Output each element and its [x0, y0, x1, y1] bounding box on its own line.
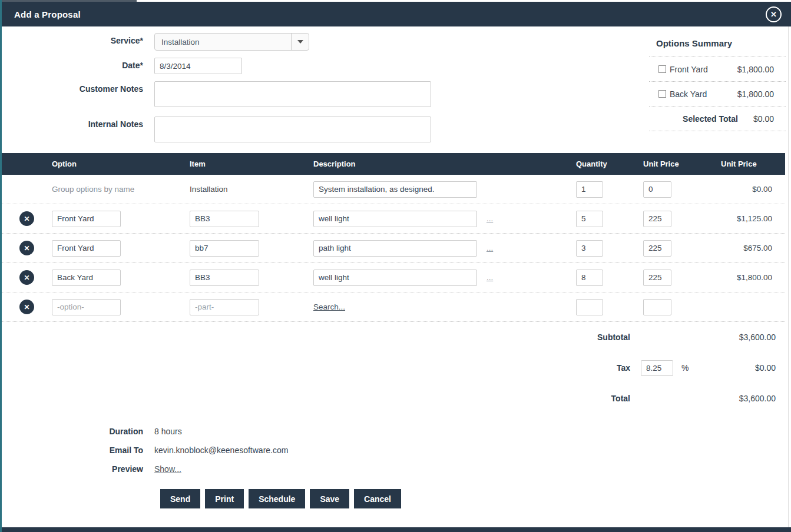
table-header-row: Option Item Description Quantity Unit Pr… — [2, 153, 785, 175]
customer-notes-label: Customer Notes — [2, 81, 143, 109]
date-label: Date* — [2, 58, 143, 74]
tax-row: Tax % $0.00 — [2, 353, 789, 383]
front-yard-checkbox[interactable] — [658, 65, 666, 73]
option-input[interactable] — [52, 211, 121, 227]
subtotal-row: Subtotal $3,600.00 — [2, 322, 789, 353]
email-to-value: kevin.knoblock@keenesoftware.com — [154, 445, 288, 455]
page-left-edge — [0, 0, 2, 532]
add-proposal-modal: Add a Proposal ✕ Service* Installation D… — [0, 0, 791, 532]
item-input[interactable] — [190, 240, 259, 257]
footer-fields: Duration 8 hours Email To kevin.knoblock… — [2, 422, 789, 478]
item-input[interactable] — [190, 299, 259, 315]
search-part-link[interactable]: Search... — [313, 302, 345, 311]
modal-body: Service* Installation Date* Custom — [2, 26, 789, 527]
quantity-input[interactable] — [576, 270, 603, 286]
total-amount: $3,600.00 — [695, 394, 789, 403]
service-dropdown-value: Installation — [155, 38, 291, 46]
service-dropdown[interactable]: Installation — [154, 33, 309, 51]
schedule-button[interactable]: Schedule — [249, 489, 305, 508]
unit-price-input[interactable] — [643, 299, 671, 315]
line-items-table: Option Item Description Quantity Unit Pr… — [2, 153, 789, 322]
chevron-down-icon — [297, 40, 303, 44]
print-button[interactable]: Print — [205, 489, 244, 508]
back-yard-checkbox[interactable] — [658, 90, 666, 98]
action-button-bar: Send Print Schedule Save Cancel — [160, 489, 789, 508]
subtotal-label: Subtotal — [2, 332, 630, 342]
options-summary-panel: Options Summary Front Yard $1,800.00 Bac… — [649, 38, 786, 131]
description-input[interactable] — [313, 181, 477, 198]
options-summary-row: Front Yard $1,800.00 — [649, 57, 786, 82]
email-to-label: Email To — [2, 445, 143, 455]
duration-row: Duration 8 hours — [2, 422, 789, 441]
modal-header: Add a Proposal ✕ — [0, 2, 791, 26]
internal-notes-textarea[interactable] — [154, 117, 431, 142]
subtotal-amount: $3,600.00 — [695, 332, 789, 342]
column-header-option: Option — [52, 159, 190, 168]
option-group-label: Back Yard — [670, 89, 737, 99]
totals-section: Subtotal $3,600.00 Tax % $0.00 Total $3,… — [2, 322, 789, 414]
selected-total-amount: $0.00 — [753, 114, 774, 124]
quantity-input[interactable] — [576, 211, 603, 227]
options-summary-row: Back Yard $1,800.00 — [649, 82, 786, 107]
column-header-unit-price: Unit Price — [643, 159, 721, 168]
page-bottom-bar — [0, 527, 791, 532]
duration-label: Duration — [2, 427, 143, 436]
close-icon[interactable]: ✕ — [766, 6, 782, 22]
delete-row-icon[interactable]: ✕ — [19, 270, 34, 285]
internal-notes-label: Internal Notes — [2, 117, 143, 145]
table-row: ✕ ... $1,125.00 — [2, 204, 785, 234]
option-input[interactable] — [52, 240, 121, 257]
item-input[interactable] — [190, 211, 259, 227]
column-header-quantity: Quantity — [576, 159, 643, 168]
selected-total-row: Selected Total $0.00 — [649, 107, 786, 131]
send-button[interactable]: Send — [160, 489, 200, 508]
dropdown-arrow-button[interactable] — [291, 34, 309, 50]
table-row-group: Group options by name Installation $0.00 — [2, 175, 785, 204]
quantity-input[interactable] — [576, 240, 603, 257]
preview-label: Preview — [2, 464, 143, 474]
delete-row-icon[interactable]: ✕ — [19, 300, 34, 314]
more-description-link[interactable]: ... — [486, 273, 493, 282]
quantity-input[interactable] — [576, 181, 603, 198]
more-description-link[interactable]: ... — [486, 214, 493, 223]
delete-row-icon[interactable]: ✕ — [19, 211, 34, 226]
unit-price-input[interactable] — [643, 211, 671, 227]
option-group-label: Front Yard — [670, 65, 737, 74]
description-input[interactable] — [313, 270, 477, 286]
option-group-amount: $1,800.00 — [737, 89, 774, 99]
row-total: $1,800.00 — [721, 273, 785, 282]
table-row: ✕ ... $1,800.00 — [2, 263, 785, 292]
options-summary-title: Options Summary — [649, 38, 786, 57]
more-description-link[interactable]: ... — [486, 244, 493, 252]
group-option-placeholder[interactable]: Group options by name — [52, 185, 134, 194]
group-item-text: Installation — [190, 185, 228, 194]
unit-price-input[interactable] — [643, 240, 671, 257]
row-total: $675.00 — [721, 244, 785, 252]
quantity-input[interactable] — [576, 299, 603, 315]
unit-price-input[interactable] — [643, 181, 671, 198]
column-header-description: Description — [313, 159, 576, 168]
description-input[interactable] — [313, 240, 477, 257]
background-tab-strip — [0, 0, 137, 2]
item-input[interactable] — [190, 270, 259, 286]
tax-rate-input[interactable] — [641, 360, 673, 376]
unit-price-input[interactable] — [643, 270, 671, 286]
delete-row-icon[interactable]: ✕ — [19, 241, 34, 255]
cancel-button[interactable]: Cancel — [354, 489, 401, 508]
modal-title: Add a Proposal — [14, 9, 81, 19]
date-input[interactable] — [154, 58, 242, 74]
percent-sign: % — [681, 363, 689, 373]
service-label: Service* — [2, 33, 143, 51]
option-group-amount: $1,800.00 — [737, 65, 774, 74]
background-top-strip — [0, 0, 791, 2]
email-to-row: Email To kevin.knoblock@keenesoftware.co… — [2, 441, 789, 460]
customer-notes-textarea[interactable] — [154, 81, 431, 107]
description-input[interactable] — [313, 211, 477, 227]
row-total: $1,125.00 — [721, 214, 785, 223]
modal-right-border — [788, 26, 789, 527]
preview-show-link[interactable]: Show... — [154, 464, 181, 474]
table-row: ✕ ... $675.00 — [2, 234, 785, 263]
option-input[interactable] — [52, 299, 121, 315]
option-input[interactable] — [52, 270, 121, 286]
save-button[interactable]: Save — [310, 489, 349, 508]
